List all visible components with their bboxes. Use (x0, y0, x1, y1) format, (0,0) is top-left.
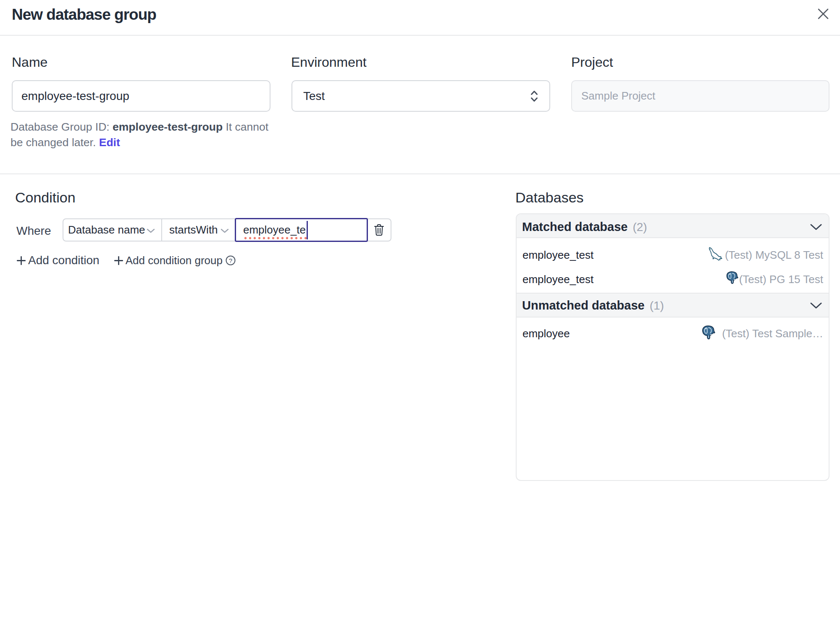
svg-text:?: ? (229, 257, 232, 264)
